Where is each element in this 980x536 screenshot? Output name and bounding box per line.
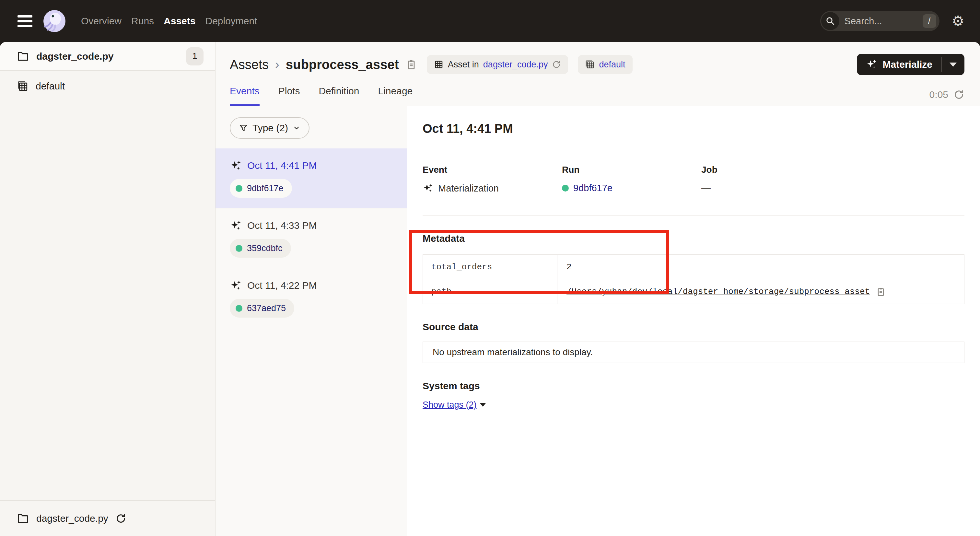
sparkle-icon xyxy=(866,59,878,70)
run-status-dot xyxy=(562,185,569,191)
event-list-panel: Type (2) Oct 11, 4:41 PM xyxy=(215,106,407,536)
job-empty-value: — xyxy=(701,183,711,194)
type-filter-label: Type (2) xyxy=(253,122,288,134)
run-badge[interactable]: 637aed75 xyxy=(230,299,294,318)
breadcrumb-assets-link[interactable]: Assets xyxy=(230,57,269,72)
materialize-dropdown-button[interactable] xyxy=(942,54,964,75)
metadata-value: 2 xyxy=(557,255,946,279)
asset-group-icon xyxy=(585,60,595,69)
tab-plots[interactable]: Plots xyxy=(278,86,300,106)
source-data-empty-state: No upstream materializations to display. xyxy=(423,342,964,363)
divider xyxy=(423,149,964,149)
metadata-key: path xyxy=(423,279,557,304)
nav-item-runs[interactable]: Runs xyxy=(131,16,154,27)
run-status-dot xyxy=(235,305,242,312)
event-timestamp: Oct 11, 4:22 PM xyxy=(247,280,317,291)
group-link[interactable]: default xyxy=(599,60,625,70)
page-title: subprocess_asset xyxy=(286,57,399,72)
asset-group-icon xyxy=(17,80,29,92)
metadata-heading: Metadata xyxy=(423,233,964,244)
sidebar-item-code-location[interactable]: dagster_code.py 1 xyxy=(0,42,215,71)
path-link[interactable]: /Users/yuhan/dev/local/dagster_home/stor… xyxy=(566,287,870,296)
run-id: 359cdbfc xyxy=(247,243,283,253)
sidebar-footer-label: dagster_code.py xyxy=(36,513,108,524)
asset-sidebar: dagster_code.py 1 default dagster_code.p… xyxy=(0,42,215,536)
hamburger-menu-icon[interactable] xyxy=(18,14,34,29)
metadata-key: total_orders xyxy=(423,255,557,279)
materialize-label: Materialize xyxy=(883,59,932,70)
table-row: path /Users/yuhan/dev/local/dagster_home… xyxy=(423,279,964,304)
run-status-dot xyxy=(235,185,242,192)
show-tags-toggle[interactable]: Show tags (2) xyxy=(423,400,486,410)
event-type-value: Materialization xyxy=(438,183,499,194)
events-split-view: Type (2) Oct 11, 4:41 PM xyxy=(215,106,980,536)
search-input[interactable] xyxy=(839,16,923,27)
materialize-button-group: Materialize xyxy=(857,54,964,75)
search-box[interactable]: / xyxy=(820,11,940,31)
sidebar-item-label: dagster_code.py xyxy=(36,51,113,62)
source-data-heading: Source data xyxy=(423,321,964,332)
event-detail-title: Oct 11, 4:41 PM xyxy=(423,122,964,136)
system-tags-heading: System tags xyxy=(423,380,964,391)
event-detail-panel: Oct 11, 4:41 PM Event Materialization xyxy=(407,106,980,536)
dagster-app: Overview Runs Assets Deployment / ⚙ dags… xyxy=(0,0,980,536)
tab-lineage[interactable]: Lineage xyxy=(378,86,413,106)
search-icon xyxy=(821,12,839,30)
sidebar-footer-code-location[interactable]: dagster_code.py xyxy=(0,500,215,536)
event-list-item[interactable]: Oct 11, 4:41 PM 9dbf617e xyxy=(215,148,407,208)
dagster-logo[interactable] xyxy=(43,10,66,33)
refresh-icon[interactable] xyxy=(953,89,964,100)
asset-count-badge: 1 xyxy=(186,47,204,65)
tab-definition[interactable]: Definition xyxy=(318,86,359,106)
event-list-item[interactable]: Oct 11, 4:22 PM 637aed75 xyxy=(215,268,407,328)
tab-events[interactable]: Events xyxy=(230,86,259,106)
asset-detail-page: Assets › subprocess_asset Asset in dagst… xyxy=(215,42,980,536)
auto-refresh-timer: 0:05 xyxy=(929,89,964,106)
caret-down-icon xyxy=(950,62,957,67)
filter-bar: Type (2) xyxy=(215,106,407,148)
sidebar-item-default-group[interactable]: default xyxy=(0,71,215,102)
top-nav: Overview Runs Assets Deployment / ⚙ xyxy=(0,0,980,42)
event-timestamp: Oct 11, 4:41 PM xyxy=(247,160,317,171)
run-id: 9dbf617e xyxy=(247,183,283,194)
spacer-cell xyxy=(946,255,964,279)
gear-icon[interactable]: ⚙ xyxy=(952,14,964,28)
materialize-button[interactable]: Materialize xyxy=(857,54,942,75)
run-badge[interactable]: 359cdbfc xyxy=(230,239,291,258)
primary-nav: Overview Runs Assets Deployment xyxy=(81,16,257,27)
nav-item-deployment[interactable]: Deployment xyxy=(205,16,257,27)
run-column-label: Run xyxy=(562,165,701,175)
nav-item-overview[interactable]: Overview xyxy=(81,16,121,27)
run-badge[interactable]: 9dbf617e xyxy=(230,179,292,198)
folder-icon xyxy=(17,512,29,525)
type-filter-button[interactable]: Type (2) xyxy=(230,117,310,139)
content-area: dagster_code.py 1 default dagster_code.p… xyxy=(0,42,980,536)
asset-in-code-location-badge[interactable]: Asset in dagster_code.py xyxy=(427,55,568,74)
reload-icon[interactable] xyxy=(115,513,126,524)
run-id: 637aed75 xyxy=(247,303,286,313)
metadata-value: /Users/yuhan/dev/local/dagster_home/stor… xyxy=(557,279,946,304)
run-status-dot xyxy=(235,245,242,252)
event-list-item[interactable]: Oct 11, 4:33 PM 359cdbfc xyxy=(215,208,407,268)
materialization-sparkle-icon xyxy=(230,159,242,172)
refresh-icon[interactable] xyxy=(552,60,561,69)
copy-path-icon[interactable] xyxy=(876,286,886,297)
code-location-link[interactable]: dagster_code.py xyxy=(483,60,548,70)
spacer-cell xyxy=(946,279,964,304)
event-column-label: Event xyxy=(423,165,562,175)
job-column-label: Job xyxy=(701,165,718,175)
badge-prefix: Asset in xyxy=(448,60,479,70)
group-badge[interactable]: default xyxy=(578,55,632,74)
event-info-grid: Event Materialization Run xyxy=(423,165,964,194)
nav-item-assets[interactable]: Assets xyxy=(164,16,196,27)
table-row: total_orders 2 xyxy=(423,255,964,279)
filter-funnel-icon xyxy=(239,124,248,132)
page-header: Assets › subprocess_asset Asset in dagst… xyxy=(215,53,980,76)
materialization-sparkle-icon xyxy=(423,183,434,194)
empty-message: No upstream materializations to display. xyxy=(433,347,593,358)
event-timestamp: Oct 11, 4:33 PM xyxy=(247,220,317,231)
copy-asset-name-icon[interactable] xyxy=(406,59,417,70)
show-tags-link[interactable]: Show tags (2) xyxy=(423,400,477,410)
run-link[interactable]: 9dbf617e xyxy=(573,183,612,194)
metadata-table: total_orders 2 path /Users/yuhan/dev/loc… xyxy=(423,254,964,304)
